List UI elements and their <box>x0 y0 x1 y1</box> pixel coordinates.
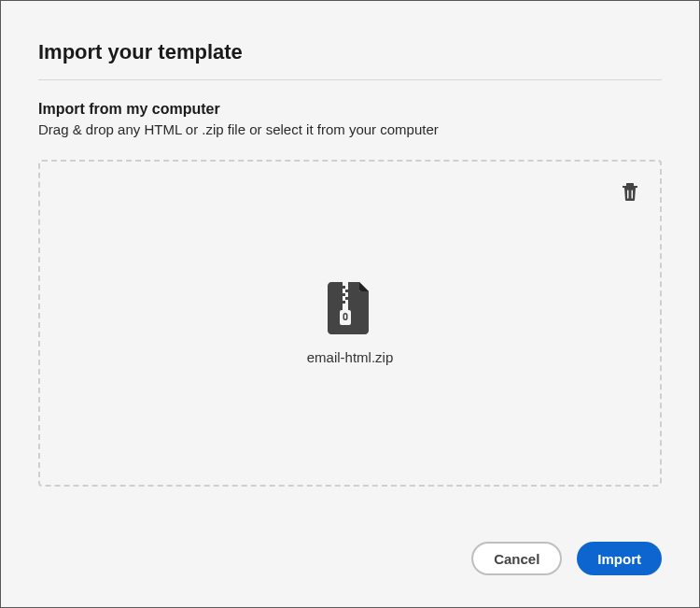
import-template-dialog: Import your template Import from my comp… <box>0 0 700 608</box>
zip-file-icon <box>328 282 372 338</box>
svg-rect-3 <box>343 286 345 289</box>
dialog-title: Import your template <box>38 40 662 79</box>
svg-rect-4 <box>345 290 348 292</box>
divider <box>38 79 662 80</box>
file-dropzone[interactable]: email-html.zip <box>38 160 662 487</box>
uploaded-file: email-html.zip <box>307 282 394 365</box>
delete-file-button[interactable] <box>617 178 643 205</box>
section-description: Drag & drop any HTML or .zip file or sel… <box>38 121 662 137</box>
section-heading: Import from my computer <box>38 101 662 118</box>
svg-rect-1 <box>632 191 634 199</box>
svg-rect-5 <box>343 293 345 296</box>
cancel-button[interactable]: Cancel <box>471 542 562 575</box>
svg-rect-7 <box>343 301 345 304</box>
file-name: email-html.zip <box>307 349 394 365</box>
svg-rect-10 <box>344 314 346 318</box>
trash-icon <box>621 181 639 202</box>
svg-rect-6 <box>345 297 348 300</box>
import-button[interactable]: Import <box>577 542 662 575</box>
dialog-footer: Cancel Import <box>38 516 662 575</box>
svg-rect-0 <box>627 191 629 199</box>
